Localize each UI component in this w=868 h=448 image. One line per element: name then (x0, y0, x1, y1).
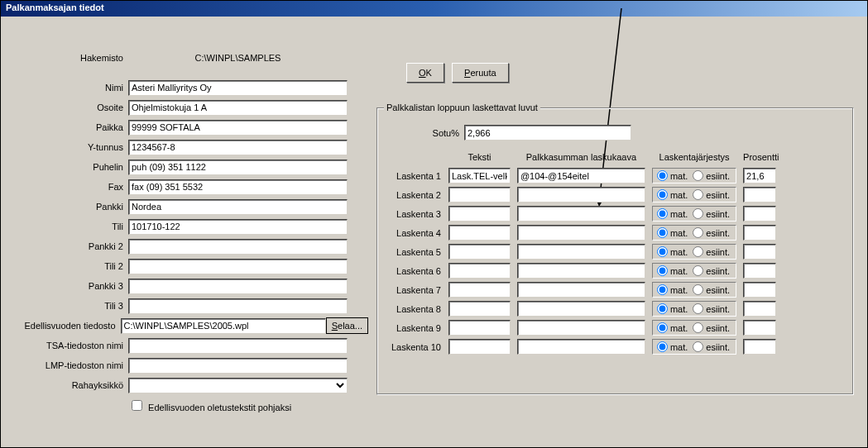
calc-kaava-input[interactable] (517, 282, 645, 298)
radio-esiint[interactable] (693, 189, 703, 200)
groupbox-legend: Palkkalistan loppuun laskettavat luvut (384, 102, 540, 112)
radio-esiint[interactable] (693, 303, 703, 314)
raha-select[interactable] (128, 378, 348, 393)
radio-esiint[interactable] (693, 208, 703, 219)
calc-teksti-input[interactable] (448, 320, 511, 336)
lmp-input[interactable] (128, 358, 348, 374)
tili3-input[interactable] (128, 298, 348, 314)
calc-row: Laskenta 10mat.esiint. (389, 338, 782, 355)
radio-esiint[interactable] (693, 170, 703, 181)
raha-label: Rahayksikkö (4, 380, 128, 390)
nimi-label: Nimi (4, 83, 128, 93)
calc-pros-input[interactable] (743, 168, 776, 183)
pankki3-input[interactable] (128, 279, 348, 294)
radio-esiint[interactable] (693, 227, 703, 238)
pankki-input[interactable] (128, 199, 348, 215)
radio-mat-label: mat. (670, 266, 688, 276)
calc-kaava-input[interactable] (517, 206, 645, 222)
calc-row: Laskenta 2mat.esiint. (389, 186, 782, 203)
radio-mat[interactable] (657, 227, 668, 238)
radio-mat[interactable] (657, 265, 668, 276)
calc-order-radios: mat.esiint. (652, 244, 736, 260)
radio-mat[interactable] (657, 189, 668, 200)
nimi-input[interactable] (128, 80, 348, 96)
calc-kaava-input[interactable] (517, 320, 645, 336)
calc-pros-input[interactable] (743, 187, 776, 203)
edell-input[interactable] (121, 318, 326, 334)
calc-row-label: Laskenta 8 (389, 300, 444, 317)
calc-kaava-input[interactable] (517, 301, 645, 317)
pankki2-input[interactable] (128, 239, 348, 255)
radio-esiint[interactable] (693, 265, 703, 276)
calc-teksti-input[interactable] (448, 225, 511, 241)
puhelin-input[interactable] (128, 160, 348, 175)
calc-teksti-input[interactable] (448, 263, 511, 279)
calc-teksti-input[interactable] (448, 282, 511, 298)
calc-teksti-input[interactable] (448, 206, 511, 222)
radio-esiint[interactable] (693, 322, 703, 333)
calc-kaava-input[interactable] (517, 263, 645, 279)
osoite-input[interactable] (128, 100, 348, 116)
tili-input[interactable] (128, 219, 348, 235)
radio-mat[interactable] (657, 208, 668, 219)
fax-input[interactable] (128, 179, 348, 195)
calc-kaava-input[interactable] (517, 168, 645, 183)
radio-esiint[interactable] (693, 246, 703, 257)
pankki-label: Pankki (4, 202, 128, 212)
calc-teksti-input[interactable] (448, 244, 511, 260)
osoite-label: Osoite (4, 102, 128, 112)
browse-button[interactable]: Selaa... (326, 317, 368, 334)
calc-order-radios: mat.esiint. (652, 282, 736, 298)
calc-teksti-input[interactable] (448, 168, 511, 183)
radio-mat[interactable] (657, 246, 668, 257)
calc-pros-input[interactable] (743, 263, 776, 279)
paikka-input[interactable] (128, 120, 348, 136)
calc-teksti-input[interactable] (448, 301, 511, 317)
defaults-checkbox-label[interactable]: Edellisvuoden oletustekstit pohjaksi (128, 398, 291, 413)
calc-pros-input[interactable] (743, 206, 776, 222)
radio-mat[interactable] (657, 303, 668, 314)
radio-mat-label: mat. (670, 304, 688, 314)
calc-pros-input[interactable] (743, 301, 776, 317)
calc-kaava-input[interactable] (517, 244, 645, 260)
radio-esiint[interactable] (693, 284, 703, 295)
tili-label: Tili (4, 222, 128, 231)
radio-mat[interactable] (657, 322, 668, 333)
calc-pros-input[interactable] (743, 244, 776, 260)
radio-mat[interactable] (657, 284, 668, 295)
tili2-input[interactable] (128, 259, 348, 274)
radio-mat-label: mat. (670, 190, 688, 200)
radio-esiint[interactable] (693, 341, 703, 352)
calc-kaava-input[interactable] (517, 187, 645, 203)
radio-mat-label: mat. (670, 342, 688, 352)
fax-label: Fax (4, 182, 128, 192)
radio-esiint-label: esiint. (706, 228, 730, 238)
calc-row: Laskenta 6mat.esiint. (389, 262, 782, 279)
pankki2-label: Pankki 2 (4, 241, 128, 251)
calc-pros-input[interactable] (743, 320, 776, 336)
calc-order-radios: mat.esiint. (652, 168, 736, 183)
calc-order-radios: mat.esiint. (652, 225, 736, 241)
ytunnus-input[interactable] (128, 140, 348, 155)
defaults-checkbox[interactable] (132, 400, 142, 411)
ok-button[interactable]: OK (406, 63, 444, 83)
calc-kaava-input[interactable] (517, 225, 645, 241)
cancel-button[interactable]: Peruuta (452, 63, 509, 83)
sotu-input[interactable] (464, 125, 631, 141)
calc-teksti-input[interactable] (448, 339, 511, 355)
calc-pros-input[interactable] (743, 225, 776, 241)
radio-mat[interactable] (657, 341, 668, 352)
radio-mat-label: mat. (670, 228, 688, 238)
ytunnus-label: Y-tunnus (4, 142, 128, 152)
radio-esiint-label: esiint. (706, 171, 730, 181)
calc-pros-input[interactable] (743, 339, 776, 355)
calc-pros-input[interactable] (743, 282, 776, 298)
calc-order-radios: mat.esiint. (652, 206, 736, 222)
tsa-input[interactable] (128, 338, 348, 354)
radio-esiint-label: esiint. (706, 190, 730, 200)
calc-kaava-input[interactable] (517, 339, 645, 355)
calc-teksti-input[interactable] (448, 187, 511, 203)
radio-esiint-label: esiint. (706, 342, 730, 352)
window-title: Palkanmaksajan tiedot (1, 1, 867, 17)
radio-mat[interactable] (657, 170, 668, 181)
